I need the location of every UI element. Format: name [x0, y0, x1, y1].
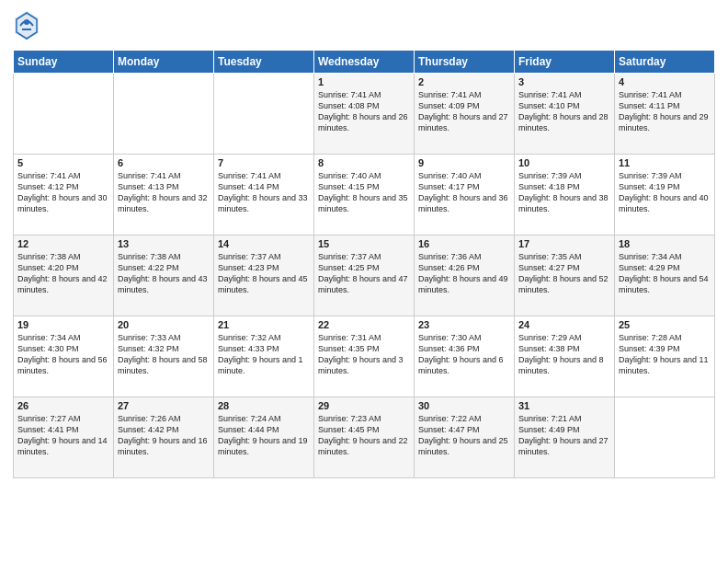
weekday-header: Saturday — [615, 51, 715, 74]
day-number: 10 — [518, 157, 610, 168]
day-number: 19 — [17, 319, 109, 330]
day-info: Sunrise: 7:33 AM Sunset: 4:32 PM Dayligh… — [118, 332, 210, 377]
day-info: Sunrise: 7:22 AM Sunset: 4:47 PM Dayligh… — [418, 413, 510, 458]
calendar-cell: 22Sunrise: 7:31 AM Sunset: 4:35 PM Dayli… — [314, 316, 415, 397]
day-number: 7 — [218, 157, 310, 168]
day-number: 25 — [619, 319, 711, 330]
calendar-cell: 2Sunrise: 7:41 AM Sunset: 4:09 PM Daylig… — [415, 74, 515, 155]
day-number: 27 — [118, 400, 210, 411]
day-info: Sunrise: 7:30 AM Sunset: 4:36 PM Dayligh… — [418, 332, 510, 377]
calendar-cell: 9Sunrise: 7:40 AM Sunset: 4:17 PM Daylig… — [415, 155, 515, 236]
day-info: Sunrise: 7:34 AM Sunset: 4:29 PM Dayligh… — [619, 251, 711, 296]
day-info: Sunrise: 7:29 AM Sunset: 4:38 PM Dayligh… — [518, 332, 610, 377]
day-number: 2 — [418, 76, 510, 87]
day-number: 4 — [619, 76, 711, 87]
calendar-cell: 25Sunrise: 7:28 AM Sunset: 4:39 PM Dayli… — [615, 316, 715, 397]
calendar-week-row: 5Sunrise: 7:41 AM Sunset: 4:12 PM Daylig… — [14, 155, 715, 236]
weekday-header: Friday — [515, 51, 615, 74]
calendar-cell: 3Sunrise: 7:41 AM Sunset: 4:10 PM Daylig… — [515, 74, 615, 155]
logo-icon — [13, 9, 40, 42]
day-info: Sunrise: 7:24 AM Sunset: 4:44 PM Dayligh… — [218, 413, 310, 458]
day-number: 13 — [118, 238, 210, 249]
calendar-cell: 30Sunrise: 7:22 AM Sunset: 4:47 PM Dayli… — [415, 397, 515, 478]
calendar-cell — [114, 74, 214, 155]
calendar-cell: 26Sunrise: 7:27 AM Sunset: 4:41 PM Dayli… — [14, 397, 114, 478]
calendar-cell: 18Sunrise: 7:34 AM Sunset: 4:29 PM Dayli… — [615, 236, 715, 316]
day-number: 5 — [17, 157, 109, 168]
day-info: Sunrise: 7:40 AM Sunset: 4:17 PM Dayligh… — [418, 170, 510, 215]
calendar-cell: 14Sunrise: 7:37 AM Sunset: 4:23 PM Dayli… — [214, 236, 314, 316]
day-number: 8 — [318, 157, 410, 168]
day-info: Sunrise: 7:36 AM Sunset: 4:26 PM Dayligh… — [418, 251, 510, 296]
day-info: Sunrise: 7:41 AM Sunset: 4:11 PM Dayligh… — [619, 89, 711, 134]
calendar-cell: 7Sunrise: 7:41 AM Sunset: 4:14 PM Daylig… — [214, 155, 314, 236]
day-info: Sunrise: 7:31 AM Sunset: 4:35 PM Dayligh… — [318, 332, 410, 377]
day-number: 17 — [518, 238, 610, 249]
calendar-week-row: 19Sunrise: 7:34 AM Sunset: 4:30 PM Dayli… — [14, 316, 715, 397]
calendar-container: SundayMondayTuesdayWednesdayThursdayFrid… — [0, 0, 728, 563]
day-info: Sunrise: 7:38 AM Sunset: 4:20 PM Dayligh… — [17, 251, 109, 296]
day-info: Sunrise: 7:37 AM Sunset: 4:25 PM Dayligh… — [318, 251, 410, 296]
day-info: Sunrise: 7:41 AM Sunset: 4:13 PM Dayligh… — [118, 170, 210, 215]
day-info: Sunrise: 7:21 AM Sunset: 4:49 PM Dayligh… — [518, 413, 610, 458]
calendar-cell: 8Sunrise: 7:40 AM Sunset: 4:15 PM Daylig… — [314, 155, 415, 236]
weekday-header: Monday — [114, 51, 214, 74]
day-info: Sunrise: 7:40 AM Sunset: 4:15 PM Dayligh… — [318, 170, 410, 215]
day-info: Sunrise: 7:26 AM Sunset: 4:42 PM Dayligh… — [118, 413, 210, 458]
calendar-cell: 15Sunrise: 7:37 AM Sunset: 4:25 PM Dayli… — [314, 236, 415, 316]
day-number: 20 — [118, 319, 210, 330]
day-number: 29 — [318, 400, 410, 411]
weekday-header: Sunday — [14, 51, 114, 74]
day-number: 16 — [418, 238, 510, 249]
day-info: Sunrise: 7:41 AM Sunset: 4:08 PM Dayligh… — [318, 89, 410, 134]
calendar-cell — [14, 74, 114, 155]
day-number: 30 — [418, 400, 510, 411]
calendar-cell: 20Sunrise: 7:33 AM Sunset: 4:32 PM Dayli… — [114, 316, 214, 397]
day-info: Sunrise: 7:39 AM Sunset: 4:19 PM Dayligh… — [619, 170, 711, 215]
calendar-cell: 10Sunrise: 7:39 AM Sunset: 4:18 PM Dayli… — [515, 155, 615, 236]
day-number: 23 — [418, 319, 510, 330]
day-info: Sunrise: 7:41 AM Sunset: 4:10 PM Dayligh… — [518, 89, 610, 134]
calendar-cell: 12Sunrise: 7:38 AM Sunset: 4:20 PM Dayli… — [14, 236, 114, 316]
day-number: 31 — [518, 400, 610, 411]
day-number: 28 — [218, 400, 310, 411]
calendar-cell: 23Sunrise: 7:30 AM Sunset: 4:36 PM Dayli… — [415, 316, 515, 397]
day-info: Sunrise: 7:41 AM Sunset: 4:09 PM Dayligh… — [418, 89, 510, 134]
day-info: Sunrise: 7:34 AM Sunset: 4:30 PM Dayligh… — [17, 332, 109, 377]
day-number: 24 — [518, 319, 610, 330]
calendar-cell: 16Sunrise: 7:36 AM Sunset: 4:26 PM Dayli… — [415, 236, 515, 316]
calendar-week-row: 1Sunrise: 7:41 AM Sunset: 4:08 PM Daylig… — [14, 74, 715, 155]
day-number: 15 — [318, 238, 410, 249]
day-info: Sunrise: 7:35 AM Sunset: 4:27 PM Dayligh… — [518, 251, 610, 296]
calendar-cell: 5Sunrise: 7:41 AM Sunset: 4:12 PM Daylig… — [14, 155, 114, 236]
calendar-cell: 11Sunrise: 7:39 AM Sunset: 4:19 PM Dayli… — [615, 155, 715, 236]
weekday-header-row: SundayMondayTuesdayWednesdayThursdayFrid… — [14, 51, 715, 74]
day-info: Sunrise: 7:39 AM Sunset: 4:18 PM Dayligh… — [518, 170, 610, 215]
calendar-cell: 17Sunrise: 7:35 AM Sunset: 4:27 PM Dayli… — [515, 236, 615, 316]
day-info: Sunrise: 7:23 AM Sunset: 4:45 PM Dayligh… — [318, 413, 410, 458]
header — [13, 9, 715, 42]
day-info: Sunrise: 7:38 AM Sunset: 4:22 PM Dayligh… — [118, 251, 210, 296]
day-info: Sunrise: 7:41 AM Sunset: 4:14 PM Dayligh… — [218, 170, 310, 215]
day-info: Sunrise: 7:41 AM Sunset: 4:12 PM Dayligh… — [17, 170, 109, 215]
day-info: Sunrise: 7:28 AM Sunset: 4:39 PM Dayligh… — [619, 332, 711, 377]
calendar-cell: 21Sunrise: 7:32 AM Sunset: 4:33 PM Dayli… — [214, 316, 314, 397]
calendar-cell: 31Sunrise: 7:21 AM Sunset: 4:49 PM Dayli… — [515, 397, 615, 478]
calendar-cell — [615, 397, 715, 478]
day-info: Sunrise: 7:37 AM Sunset: 4:23 PM Dayligh… — [218, 251, 310, 296]
calendar-cell: 13Sunrise: 7:38 AM Sunset: 4:22 PM Dayli… — [114, 236, 214, 316]
weekday-header: Thursday — [415, 51, 515, 74]
logo — [13, 9, 42, 42]
calendar-cell: 29Sunrise: 7:23 AM Sunset: 4:45 PM Dayli… — [314, 397, 415, 478]
calendar-cell: 24Sunrise: 7:29 AM Sunset: 4:38 PM Dayli… — [515, 316, 615, 397]
day-info: Sunrise: 7:27 AM Sunset: 4:41 PM Dayligh… — [17, 413, 109, 458]
weekday-header: Tuesday — [214, 51, 314, 74]
day-number: 18 — [619, 238, 711, 249]
calendar-cell: 27Sunrise: 7:26 AM Sunset: 4:42 PM Dayli… — [114, 397, 214, 478]
calendar-cell: 28Sunrise: 7:24 AM Sunset: 4:44 PM Dayli… — [214, 397, 314, 478]
calendar-table: SundayMondayTuesdayWednesdayThursdayFrid… — [13, 50, 715, 478]
calendar-cell: 4Sunrise: 7:41 AM Sunset: 4:11 PM Daylig… — [615, 74, 715, 155]
day-info: Sunrise: 7:32 AM Sunset: 4:33 PM Dayligh… — [218, 332, 310, 377]
day-number: 21 — [218, 319, 310, 330]
day-number: 14 — [218, 238, 310, 249]
